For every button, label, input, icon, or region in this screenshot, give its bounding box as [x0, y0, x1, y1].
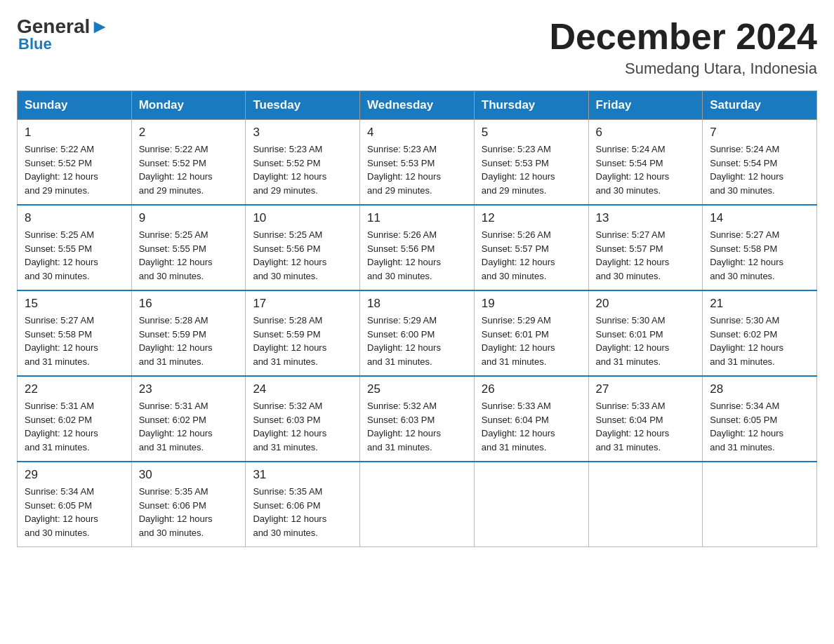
- calendar-cell: [588, 462, 703, 547]
- calendar-cell: 6Sunrise: 5:24 AM Sunset: 5:54 PM Daylig…: [588, 120, 703, 206]
- day-number: 23: [139, 382, 239, 396]
- calendar-cell: 4Sunrise: 5:23 AM Sunset: 5:53 PM Daylig…: [360, 120, 475, 206]
- day-number: 10: [253, 211, 352, 225]
- day-info: Sunrise: 5:27 AM Sunset: 5:58 PM Dayligh…: [25, 314, 124, 368]
- calendar-cell: 19Sunrise: 5:29 AM Sunset: 6:01 PM Dayli…: [474, 290, 588, 376]
- calendar-cell: 21Sunrise: 5:30 AM Sunset: 6:02 PM Dayli…: [703, 290, 817, 376]
- calendar-cell: [360, 462, 475, 547]
- calendar-header-row: SundayMondayTuesdayWednesdayThursdayFrid…: [18, 91, 817, 120]
- day-info: Sunrise: 5:25 AM Sunset: 5:56 PM Dayligh…: [253, 228, 352, 283]
- calendar-cell: 1Sunrise: 5:22 AM Sunset: 5:52 PM Daylig…: [18, 120, 132, 206]
- day-number: 31: [253, 468, 352, 482]
- day-info: Sunrise: 5:24 AM Sunset: 5:54 PM Dayligh…: [710, 142, 809, 197]
- page-title: December 2024: [549, 17, 817, 57]
- logo: General► Blue: [17, 17, 110, 53]
- calendar-cell: 10Sunrise: 5:25 AM Sunset: 5:56 PM Dayli…: [246, 205, 360, 290]
- calendar-cell: 16Sunrise: 5:28 AM Sunset: 5:59 PM Dayli…: [131, 290, 246, 376]
- calendar-header-cell: Saturday: [703, 91, 817, 120]
- calendar-row: 29Sunrise: 5:34 AM Sunset: 6:05 PM Dayli…: [18, 462, 817, 547]
- day-number: 11: [367, 211, 467, 225]
- day-number: 25: [367, 382, 467, 396]
- day-info: Sunrise: 5:31 AM Sunset: 6:02 PM Dayligh…: [25, 399, 124, 454]
- logo-arrow-shape: ►: [90, 15, 110, 37]
- day-info: Sunrise: 5:34 AM Sunset: 6:05 PM Dayligh…: [710, 399, 809, 454]
- calendar-cell: 3Sunrise: 5:23 AM Sunset: 5:52 PM Daylig…: [246, 120, 360, 206]
- day-number: 22: [25, 382, 124, 396]
- day-number: 6: [596, 126, 696, 140]
- day-number: 12: [482, 211, 581, 225]
- day-number: 19: [482, 297, 581, 311]
- day-number: 4: [367, 126, 467, 140]
- calendar-cell: 20Sunrise: 5:30 AM Sunset: 6:01 PM Dayli…: [588, 290, 703, 376]
- calendar-table: SundayMondayTuesdayWednesdayThursdayFrid…: [17, 90, 817, 547]
- calendar-header-cell: Thursday: [474, 91, 588, 120]
- day-number: 29: [25, 468, 124, 482]
- calendar-cell: 12Sunrise: 5:26 AM Sunset: 5:57 PM Dayli…: [474, 205, 588, 290]
- day-number: 16: [139, 297, 239, 311]
- calendar-cell: 31Sunrise: 5:35 AM Sunset: 6:06 PM Dayli…: [246, 462, 360, 547]
- day-number: 26: [482, 382, 581, 396]
- calendar-cell: 9Sunrise: 5:25 AM Sunset: 5:55 PM Daylig…: [131, 205, 246, 290]
- day-info: Sunrise: 5:30 AM Sunset: 6:01 PM Dayligh…: [596, 314, 696, 368]
- day-number: 17: [253, 297, 352, 311]
- day-number: 3: [253, 126, 352, 140]
- title-block: December 2024 Sumedang Utara, Indonesia: [549, 17, 817, 78]
- calendar-row: 8Sunrise: 5:25 AM Sunset: 5:55 PM Daylig…: [18, 205, 817, 290]
- calendar-cell: 13Sunrise: 5:27 AM Sunset: 5:57 PM Dayli…: [588, 205, 703, 290]
- day-number: 9: [139, 211, 239, 225]
- page-subtitle: Sumedang Utara, Indonesia: [549, 60, 817, 78]
- day-number: 30: [139, 468, 239, 482]
- day-number: 18: [367, 297, 467, 311]
- calendar-header-cell: Monday: [131, 91, 246, 120]
- day-info: Sunrise: 5:35 AM Sunset: 6:06 PM Dayligh…: [253, 485, 352, 539]
- calendar-cell: 22Sunrise: 5:31 AM Sunset: 6:02 PM Dayli…: [18, 376, 132, 462]
- calendar-cell: 29Sunrise: 5:34 AM Sunset: 6:05 PM Dayli…: [18, 462, 132, 547]
- day-info: Sunrise: 5:22 AM Sunset: 5:52 PM Dayligh…: [139, 142, 239, 197]
- day-info: Sunrise: 5:29 AM Sunset: 6:00 PM Dayligh…: [367, 314, 467, 368]
- calendar-header: SundayMondayTuesdayWednesdayThursdayFrid…: [18, 91, 817, 120]
- day-info: Sunrise: 5:28 AM Sunset: 5:59 PM Dayligh…: [139, 314, 239, 368]
- calendar-cell: 5Sunrise: 5:23 AM Sunset: 5:53 PM Daylig…: [474, 120, 588, 206]
- calendar-row: 1Sunrise: 5:22 AM Sunset: 5:52 PM Daylig…: [18, 120, 817, 206]
- day-info: Sunrise: 5:23 AM Sunset: 5:52 PM Dayligh…: [253, 142, 352, 197]
- calendar-cell: 8Sunrise: 5:25 AM Sunset: 5:55 PM Daylig…: [18, 205, 132, 290]
- day-number: 14: [710, 211, 809, 225]
- day-number: 1: [25, 126, 124, 140]
- day-info: Sunrise: 5:24 AM Sunset: 5:54 PM Dayligh…: [596, 142, 696, 197]
- day-info: Sunrise: 5:27 AM Sunset: 5:57 PM Dayligh…: [596, 228, 696, 283]
- day-info: Sunrise: 5:30 AM Sunset: 6:02 PM Dayligh…: [710, 314, 809, 368]
- calendar-cell: 25Sunrise: 5:32 AM Sunset: 6:03 PM Dayli…: [360, 376, 475, 462]
- logo-text-bottom: Blue: [18, 35, 52, 53]
- calendar-header-cell: Friday: [588, 91, 703, 120]
- day-number: 21: [710, 297, 809, 311]
- calendar-cell: 17Sunrise: 5:28 AM Sunset: 5:59 PM Dayli…: [246, 290, 360, 376]
- day-number: 13: [596, 211, 696, 225]
- calendar-cell: 24Sunrise: 5:32 AM Sunset: 6:03 PM Dayli…: [246, 376, 360, 462]
- calendar-header-cell: Tuesday: [246, 91, 360, 120]
- day-info: Sunrise: 5:29 AM Sunset: 6:01 PM Dayligh…: [482, 314, 581, 368]
- header: General► Blue December 2024 Sumedang Uta…: [17, 17, 817, 78]
- day-number: 20: [596, 297, 696, 311]
- calendar-cell: 14Sunrise: 5:27 AM Sunset: 5:58 PM Dayli…: [703, 205, 817, 290]
- calendar-cell: 11Sunrise: 5:26 AM Sunset: 5:56 PM Dayli…: [360, 205, 475, 290]
- day-info: Sunrise: 5:35 AM Sunset: 6:06 PM Dayligh…: [139, 485, 239, 539]
- day-info: Sunrise: 5:32 AM Sunset: 6:03 PM Dayligh…: [253, 399, 352, 454]
- day-number: 15: [25, 297, 124, 311]
- calendar-cell: 23Sunrise: 5:31 AM Sunset: 6:02 PM Dayli…: [131, 376, 246, 462]
- day-info: Sunrise: 5:23 AM Sunset: 5:53 PM Dayligh…: [482, 142, 581, 197]
- day-info: Sunrise: 5:27 AM Sunset: 5:58 PM Dayligh…: [710, 228, 809, 283]
- calendar-cell: 15Sunrise: 5:27 AM Sunset: 5:58 PM Dayli…: [18, 290, 132, 376]
- logo-text-top: General►: [17, 17, 110, 36]
- day-info: Sunrise: 5:33 AM Sunset: 6:04 PM Dayligh…: [596, 399, 696, 454]
- calendar-body: 1Sunrise: 5:22 AM Sunset: 5:52 PM Daylig…: [18, 120, 817, 547]
- calendar-header-cell: Wednesday: [360, 91, 475, 120]
- day-number: 27: [596, 382, 696, 396]
- calendar-header-cell: Sunday: [18, 91, 132, 120]
- calendar-cell: [703, 462, 817, 547]
- calendar-cell: 30Sunrise: 5:35 AM Sunset: 6:06 PM Dayli…: [131, 462, 246, 547]
- calendar-cell: 27Sunrise: 5:33 AM Sunset: 6:04 PM Dayli…: [588, 376, 703, 462]
- day-info: Sunrise: 5:23 AM Sunset: 5:53 PM Dayligh…: [367, 142, 467, 197]
- calendar-row: 22Sunrise: 5:31 AM Sunset: 6:02 PM Dayli…: [18, 376, 817, 462]
- day-info: Sunrise: 5:28 AM Sunset: 5:59 PM Dayligh…: [253, 314, 352, 368]
- calendar-cell: 7Sunrise: 5:24 AM Sunset: 5:54 PM Daylig…: [703, 120, 817, 206]
